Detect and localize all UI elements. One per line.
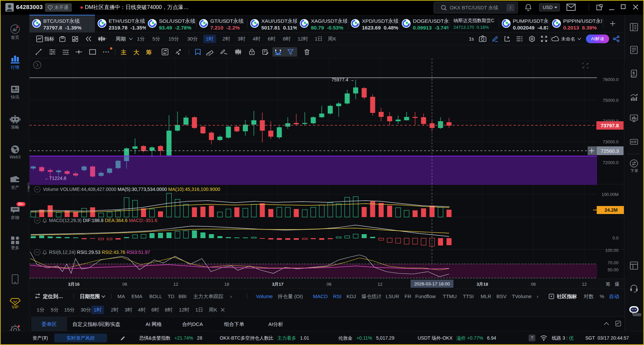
svg-text:50.00: 50.00 [607, 267, 619, 272]
svg-text:MACD(12,26,9) DIF:188.8 DEA:: MACD(12,26,9) DIF:188.8 DEA:364.6 MACD:-… [49, 218, 157, 223]
svg-text:3月16: 3月16 [68, 282, 80, 287]
svg-text:0.0: 0.0 [612, 235, 619, 240]
svg-text:RSI(6,12,24) RSI1:29.53 RSI2: RSI(6,12,24) RSI1:29.53 RSI2:43.76 RSI3:… [49, 250, 150, 255]
svg-text:2026-03-17 18:00: 2026-03-17 18:00 [414, 281, 450, 286]
svg-text:75000.0: 75000.0 [603, 98, 619, 103]
svg-text:06: 06 [122, 282, 127, 287]
svg-text:筹: 筹 [606, 281, 610, 287]
svg-text:12: 12 [378, 282, 382, 287]
svg-text:100.00: 100.00 [605, 248, 619, 253]
svg-text:18: 18 [224, 282, 229, 287]
svg-text:72000.0: 72000.0 [603, 160, 619, 165]
svg-text:06: 06 [531, 282, 536, 287]
svg-text:12: 12 [582, 282, 587, 287]
svg-text:ETF: ETF [631, 140, 637, 144]
svg-text:73000.0: 73000.0 [603, 139, 619, 144]
svg-text:75977.4 →: 75977.4 → [331, 77, 355, 82]
svg-text:100.00M: 100.00M [601, 192, 619, 197]
svg-text:24.2M: 24.2M [605, 207, 618, 213]
svg-text:爆: 爆 [614, 281, 620, 287]
svg-text:3月18: 3月18 [477, 282, 488, 287]
svg-text:72560.3: 72560.3 [601, 148, 619, 154]
svg-text:ai: ai [13, 27, 17, 32]
svg-text:73797.8: 73797.8 [601, 123, 619, 128]
svg-text:Volume VOLUME:44,408,427.0000: Volume VOLUME:44,408,427.0000 MA(5):30,7… [43, 187, 220, 192]
svg-text:76000.0: 76000.0 [603, 77, 619, 82]
svg-text:←71224.8: ←71224.8 [45, 176, 66, 181]
svg-text:06: 06 [327, 282, 331, 287]
svg-text:12: 12 [173, 282, 178, 287]
svg-text:$: $ [633, 71, 635, 75]
svg-text:70.00: 70.00 [607, 260, 619, 265]
svg-text:3月17: 3月17 [272, 282, 284, 287]
